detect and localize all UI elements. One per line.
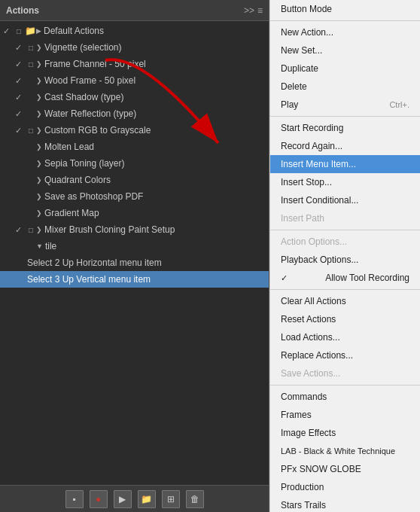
stop-button[interactable]: ▪ bbox=[65, 490, 84, 508]
menu-insert-conditional[interactable]: Insert Conditional... bbox=[270, 191, 420, 209]
chevron-gradient: ❯ bbox=[36, 209, 42, 217]
toggle-rgb: □ bbox=[26, 126, 36, 135]
action-water-reflection[interactable]: ✓ ❯ Water Reflection (type) bbox=[0, 105, 269, 122]
chevron-icon: ▶ bbox=[36, 27, 41, 35]
separator-3 bbox=[270, 230, 420, 230]
toggle-frame: □ bbox=[26, 60, 36, 69]
check-water: ✓ bbox=[15, 109, 26, 119]
chevron-tile: ▼ bbox=[36, 242, 43, 250]
menu-start-recording[interactable]: Start Recording bbox=[270, 119, 420, 137]
menu-load-actions[interactable]: Load Actions... bbox=[270, 328, 420, 346]
delete-button[interactable]: 🗑 bbox=[186, 490, 204, 508]
sub-item-3up[interactable]: Select 3 Up Vertical menu item bbox=[0, 271, 269, 288]
menu-new-action[interactable]: New Action... bbox=[270, 23, 420, 41]
menu-play[interactable]: Play Ctrl+. bbox=[270, 96, 420, 114]
menu-commands[interactable]: Commands bbox=[270, 388, 420, 406]
menu-clear-all-actions[interactable]: Clear All Actions bbox=[270, 292, 420, 310]
label-wood-frame: Wood Frame - 50 pixel bbox=[44, 75, 266, 86]
sub-item-2up[interactable]: Select 2 Up Horizontal menu item bbox=[0, 254, 269, 271]
menu-new-set[interactable]: New Set... bbox=[270, 41, 420, 59]
action-vignette[interactable]: ✓ □ ❯ Vignette (selection) bbox=[0, 39, 269, 56]
label-save-pdf: Save as Photoshop PDF bbox=[44, 191, 266, 202]
label-water-reflection: Water Reflection (type) bbox=[44, 108, 266, 119]
tile-group-label: tile bbox=[45, 241, 266, 251]
menu-stars-trails[interactable]: Stars Trails bbox=[270, 496, 420, 512]
default-actions-group[interactable]: ✓ □ 📁 ▶ Default Actions bbox=[0, 23, 269, 39]
check-cast: ✓ bbox=[15, 93, 26, 102]
action-mixer-brush[interactable]: ✓ □ ❯ Mixer Brush Cloning Paint Setup bbox=[0, 221, 269, 238]
chevron-pdf: ❯ bbox=[36, 193, 42, 200]
action-custom-rgb[interactable]: ✓ □ ❯ Custom RGB to Grayscale bbox=[0, 122, 269, 139]
menu-record-again[interactable]: Record Again... bbox=[270, 137, 420, 155]
check-rgb: ✓ bbox=[15, 126, 26, 136]
separator-1 bbox=[270, 20, 420, 21]
action-sepia[interactable]: ❯ Sepia Toning (layer) bbox=[0, 155, 269, 172]
check-wood: ✓ bbox=[15, 76, 26, 86]
action-molten-lead[interactable]: ❯ Molten Lead bbox=[0, 139, 269, 155]
action-save-pdf[interactable]: ❯ Save as Photoshop PDF bbox=[0, 188, 269, 205]
label-cast-shadow: Cast Shadow (type) bbox=[44, 92, 266, 102]
menu-production[interactable]: Production bbox=[270, 478, 420, 496]
label-quadrant: Quadrant Colors bbox=[44, 175, 266, 185]
menu-button-mode[interactable]: Button Mode bbox=[270, 0, 420, 18]
label-custom-rgb: Custom RGB to Grayscale bbox=[44, 125, 266, 136]
menu-reset-actions[interactable]: Reset Actions bbox=[270, 310, 420, 328]
toggle-vignette: □ bbox=[26, 44, 36, 52]
chevron-wood: ❯ bbox=[36, 77, 42, 84]
check-col: ✓ bbox=[3, 26, 14, 36]
panel-menu-icon[interactable]: ≡ bbox=[257, 5, 263, 16]
action-wood-frame[interactable]: ✓ ❯ Wood Frame - 50 pixel bbox=[0, 72, 269, 89]
chevron-quadrant: ❯ bbox=[36, 176, 42, 184]
new-set-button[interactable]: 📁 bbox=[138, 490, 156, 508]
chevron-rgb: ❯ bbox=[36, 126, 42, 134]
label-frame-channel: Frame Channel - 50 pixel bbox=[44, 59, 266, 69]
menu-insert-menu-item[interactable]: Insert Menu Item... bbox=[270, 155, 420, 173]
menu-lab-bw[interactable]: LAB - Black & White Technique bbox=[270, 442, 420, 460]
menu-delete[interactable]: Delete bbox=[270, 78, 420, 96]
panel-header: Actions >> ≡ bbox=[0, 0, 269, 21]
tile-group[interactable]: ▼ tile bbox=[0, 238, 269, 254]
separator-2 bbox=[270, 116, 420, 117]
menu-insert-stop[interactable]: Insert Stop... bbox=[270, 173, 420, 191]
label-mixer-brush: Mixer Brush Cloning Paint Setup bbox=[44, 224, 266, 235]
menu-allow-tool-recording[interactable]: Allow Tool Recording bbox=[270, 269, 420, 287]
folder-icon: 📁 bbox=[24, 26, 36, 36]
menu-action-options: Action Options... bbox=[270, 233, 420, 251]
separator-5 bbox=[270, 385, 420, 386]
check-vignette: ✓ bbox=[15, 43, 26, 53]
panel-toolbar: ▪ ● ▶ 📁 ⊞ 🗑 bbox=[0, 485, 269, 512]
action-gradient-map[interactable]: ❯ Gradient Map bbox=[0, 205, 269, 221]
action-cast-shadow[interactable]: ✓ ❯ Cast Shadow (type) bbox=[0, 89, 269, 105]
menu-image-effects[interactable]: Image Effects bbox=[270, 424, 420, 442]
action-frame-channel[interactable]: ✓ □ ❯ Frame Channel - 50 pixel bbox=[0, 56, 269, 72]
record-button[interactable]: ● bbox=[90, 490, 108, 508]
chevron-sepia: ❯ bbox=[36, 160, 42, 167]
chevron-cast: ❯ bbox=[36, 93, 42, 101]
label-vignette: Vignette (selection) bbox=[44, 42, 266, 53]
chevron-water: ❯ bbox=[36, 110, 42, 117]
menu-save-actions: Save Actions... bbox=[270, 364, 420, 382]
new-action-button[interactable]: ⊞ bbox=[162, 490, 180, 508]
chevron-molten: ❯ bbox=[36, 143, 42, 151]
actions-panel: Actions >> ≡ ✓ □ 📁 ▶ Default Actions ✓ □… bbox=[0, 0, 269, 512]
menu-replace-actions[interactable]: Replace Actions... bbox=[270, 346, 420, 364]
toggle-col: □ bbox=[14, 27, 24, 35]
menu-frames[interactable]: Frames bbox=[270, 406, 420, 424]
group-label: Default Actions bbox=[44, 26, 266, 36]
play-shortcut: Ctrl+. bbox=[389, 100, 409, 109]
toggle-mixer: □ bbox=[26, 226, 36, 234]
play-button[interactable]: ▶ bbox=[114, 490, 132, 508]
check-mixer: ✓ bbox=[15, 225, 26, 235]
menu-insert-path: Insert Path bbox=[270, 209, 420, 227]
separator-4 bbox=[270, 289, 420, 290]
action-quadrant[interactable]: ❯ Quadrant Colors bbox=[0, 172, 269, 188]
label-gradient-map: Gradient Map bbox=[44, 208, 266, 218]
menu-playback-options[interactable]: Playback Options... bbox=[270, 251, 420, 269]
panel-forward-icon[interactable]: >> bbox=[244, 5, 254, 16]
menu-pfx-snow[interactable]: PFx SNOW GLOBE bbox=[270, 460, 420, 478]
label-2up: Select 2 Up Horizontal menu item bbox=[27, 258, 269, 268]
chevron-vignette: ❯ bbox=[36, 44, 42, 51]
panel-header-icons: >> ≡ bbox=[244, 5, 263, 16]
label-3up: Select 3 Up Vertical menu item bbox=[27, 274, 269, 285]
menu-duplicate[interactable]: Duplicate bbox=[270, 59, 420, 78]
